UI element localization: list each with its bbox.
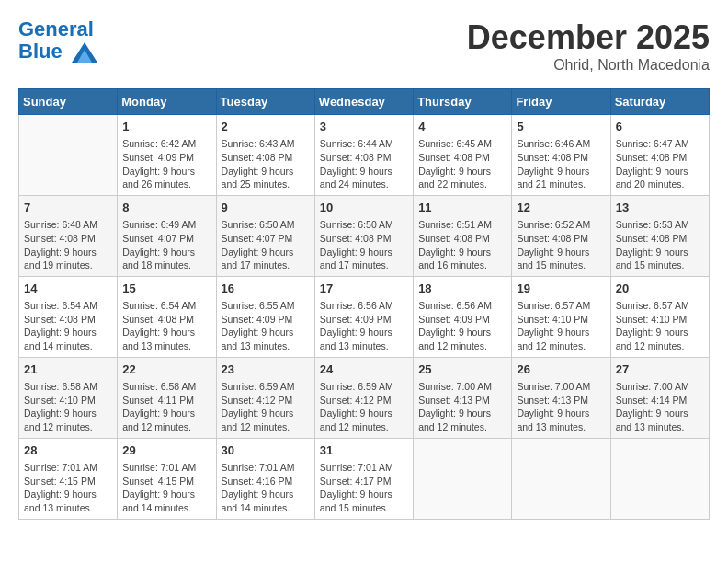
day-info: Sunrise: 6:55 AM Sunset: 4:09 PM Dayligh… — [222, 299, 310, 353]
calendar-cell: 31Sunrise: 7:01 AM Sunset: 4:17 PM Dayli… — [314, 438, 413, 519]
day-info: Sunrise: 7:00 AM Sunset: 4:14 PM Dayligh… — [616, 380, 704, 434]
logo-text-blue: Blue — [18, 40, 97, 63]
calendar-cell: 4Sunrise: 6:45 AM Sunset: 4:08 PM Daylig… — [414, 115, 512, 196]
day-info: Sunrise: 6:57 AM Sunset: 4:10 PM Dayligh… — [616, 299, 704, 353]
day-number: 20 — [616, 281, 704, 297]
day-header-monday: Monday — [118, 89, 216, 115]
calendar-cell: 22Sunrise: 6:58 AM Sunset: 4:11 PM Dayli… — [118, 357, 216, 438]
calendar-cell: 29Sunrise: 7:01 AM Sunset: 4:15 PM Dayli… — [118, 438, 216, 519]
day-info: Sunrise: 6:58 AM Sunset: 4:11 PM Dayligh… — [122, 380, 210, 434]
day-number: 23 — [222, 362, 310, 378]
day-info: Sunrise: 6:49 AM Sunset: 4:07 PM Dayligh… — [122, 218, 210, 272]
title-block: December 2025 Ohrid, North Macedonia — [467, 18, 710, 74]
day-info: Sunrise: 6:43 AM Sunset: 4:08 PM Dayligh… — [222, 137, 310, 191]
calendar-cell: 7Sunrise: 6:48 AM Sunset: 4:08 PM Daylig… — [19, 195, 118, 276]
day-info: Sunrise: 6:53 AM Sunset: 4:08 PM Dayligh… — [616, 218, 704, 272]
day-number: 12 — [517, 200, 605, 216]
day-number: 4 — [418, 119, 506, 135]
day-info: Sunrise: 6:50 AM Sunset: 4:07 PM Dayligh… — [222, 218, 310, 272]
calendar-week-row: 21Sunrise: 6:58 AM Sunset: 4:10 PM Dayli… — [19, 357, 710, 438]
calendar-cell: 25Sunrise: 7:00 AM Sunset: 4:13 PM Dayli… — [414, 357, 512, 438]
day-number: 28 — [24, 442, 112, 459]
day-number: 18 — [418, 281, 506, 297]
day-number: 27 — [616, 362, 704, 378]
calendar-cell: 28Sunrise: 7:01 AM Sunset: 4:15 PM Dayli… — [19, 438, 118, 519]
calendar-cell: 21Sunrise: 6:58 AM Sunset: 4:10 PM Dayli… — [19, 357, 118, 438]
calendar-cell — [610, 438, 709, 519]
calendar-cell: 3Sunrise: 6:44 AM Sunset: 4:08 PM Daylig… — [314, 115, 413, 196]
day-info: Sunrise: 7:01 AM Sunset: 4:16 PM Dayligh… — [222, 461, 310, 515]
calendar-cell: 2Sunrise: 6:43 AM Sunset: 4:08 PM Daylig… — [216, 115, 314, 196]
day-number: 31 — [320, 442, 408, 459]
calendar-cell: 5Sunrise: 6:46 AM Sunset: 4:08 PM Daylig… — [512, 115, 610, 196]
day-header-saturday: Saturday — [610, 89, 709, 115]
location-subtitle: Ohrid, North Macedonia — [467, 57, 710, 74]
day-header-wednesday: Wednesday — [314, 89, 413, 115]
calendar-cell: 13Sunrise: 6:53 AM Sunset: 4:08 PM Dayli… — [610, 195, 709, 276]
day-number: 6 — [616, 119, 704, 135]
calendar-cell: 9Sunrise: 6:50 AM Sunset: 4:07 PM Daylig… — [216, 195, 314, 276]
day-info: Sunrise: 6:48 AM Sunset: 4:08 PM Dayligh… — [24, 218, 112, 272]
day-header-friday: Friday — [512, 89, 610, 115]
calendar-cell: 18Sunrise: 6:56 AM Sunset: 4:09 PM Dayli… — [414, 276, 512, 357]
calendar-body: 1Sunrise: 6:42 AM Sunset: 4:09 PM Daylig… — [19, 115, 710, 520]
calendar-cell: 8Sunrise: 6:49 AM Sunset: 4:07 PM Daylig… — [118, 195, 216, 276]
day-number: 22 — [122, 362, 210, 378]
day-info: Sunrise: 6:59 AM Sunset: 4:12 PM Dayligh… — [222, 380, 310, 434]
page-header: General Blue December 2025 Ohrid, North … — [18, 18, 710, 74]
calendar-table: SundayMondayTuesdayWednesdayThursdayFrid… — [18, 88, 710, 520]
day-info: Sunrise: 6:42 AM Sunset: 4:09 PM Dayligh… — [122, 137, 210, 191]
day-info: Sunrise: 6:52 AM Sunset: 4:08 PM Dayligh… — [517, 218, 605, 272]
day-info: Sunrise: 7:00 AM Sunset: 4:13 PM Dayligh… — [418, 380, 506, 434]
day-number: 5 — [517, 119, 605, 135]
calendar-cell: 14Sunrise: 6:54 AM Sunset: 4:08 PM Dayli… — [19, 276, 118, 357]
calendar-cell: 27Sunrise: 7:00 AM Sunset: 4:14 PM Dayli… — [610, 357, 709, 438]
calendar-week-row: 14Sunrise: 6:54 AM Sunset: 4:08 PM Dayli… — [19, 276, 710, 357]
day-info: Sunrise: 6:54 AM Sunset: 4:08 PM Dayligh… — [24, 299, 112, 353]
day-header-thursday: Thursday — [414, 89, 512, 115]
day-info: Sunrise: 7:01 AM Sunset: 4:17 PM Dayligh… — [320, 461, 408, 515]
day-number: 13 — [616, 200, 704, 216]
calendar-cell — [414, 438, 512, 519]
day-info: Sunrise: 6:58 AM Sunset: 4:10 PM Dayligh… — [24, 380, 112, 434]
day-number: 11 — [418, 200, 506, 216]
day-info: Sunrise: 7:00 AM Sunset: 4:13 PM Dayligh… — [517, 380, 605, 434]
day-info: Sunrise: 7:01 AM Sunset: 4:15 PM Dayligh… — [24, 461, 112, 515]
day-number: 7 — [24, 200, 112, 216]
day-info: Sunrise: 6:44 AM Sunset: 4:08 PM Dayligh… — [320, 137, 408, 191]
calendar-cell: 17Sunrise: 6:56 AM Sunset: 4:09 PM Dayli… — [314, 276, 413, 357]
day-number: 10 — [320, 200, 408, 216]
day-info: Sunrise: 6:56 AM Sunset: 4:09 PM Dayligh… — [418, 299, 506, 353]
calendar-cell: 19Sunrise: 6:57 AM Sunset: 4:10 PM Dayli… — [512, 276, 610, 357]
calendar-cell: 16Sunrise: 6:55 AM Sunset: 4:09 PM Dayli… — [216, 276, 314, 357]
day-info: Sunrise: 6:57 AM Sunset: 4:10 PM Dayligh… — [517, 299, 605, 353]
logo-text: General — [18, 18, 97, 40]
day-number: 3 — [320, 119, 408, 135]
month-title: December 2025 — [467, 18, 710, 57]
day-number: 2 — [222, 119, 310, 135]
calendar-cell: 11Sunrise: 6:51 AM Sunset: 4:08 PM Dayli… — [414, 195, 512, 276]
day-number: 17 — [320, 281, 408, 297]
day-info: Sunrise: 6:46 AM Sunset: 4:08 PM Dayligh… — [517, 137, 605, 191]
calendar-cell: 10Sunrise: 6:50 AM Sunset: 4:08 PM Dayli… — [314, 195, 413, 276]
calendar-cell — [512, 438, 610, 519]
day-info: Sunrise: 6:50 AM Sunset: 4:08 PM Dayligh… — [320, 218, 408, 272]
calendar-cell: 12Sunrise: 6:52 AM Sunset: 4:08 PM Dayli… — [512, 195, 610, 276]
day-info: Sunrise: 7:01 AM Sunset: 4:15 PM Dayligh… — [122, 461, 210, 515]
calendar-cell: 30Sunrise: 7:01 AM Sunset: 4:16 PM Dayli… — [216, 438, 314, 519]
day-number: 26 — [517, 362, 605, 378]
day-header-sunday: Sunday — [19, 89, 118, 115]
day-number: 24 — [320, 362, 408, 378]
day-number: 8 — [122, 200, 210, 216]
calendar-cell: 1Sunrise: 6:42 AM Sunset: 4:09 PM Daylig… — [118, 115, 216, 196]
calendar-week-row: 1Sunrise: 6:42 AM Sunset: 4:09 PM Daylig… — [19, 115, 710, 196]
day-info: Sunrise: 6:59 AM Sunset: 4:12 PM Dayligh… — [320, 380, 408, 434]
day-info: Sunrise: 6:47 AM Sunset: 4:08 PM Dayligh… — [616, 137, 704, 191]
day-info: Sunrise: 6:56 AM Sunset: 4:09 PM Dayligh… — [320, 299, 408, 353]
day-number: 15 — [122, 281, 210, 297]
calendar-header-row: SundayMondayTuesdayWednesdayThursdayFrid… — [19, 89, 710, 115]
logo: General Blue — [18, 18, 97, 63]
day-info: Sunrise: 6:54 AM Sunset: 4:08 PM Dayligh… — [122, 299, 210, 353]
calendar-week-row: 28Sunrise: 7:01 AM Sunset: 4:15 PM Dayli… — [19, 438, 710, 519]
calendar-week-row: 7Sunrise: 6:48 AM Sunset: 4:08 PM Daylig… — [19, 195, 710, 276]
